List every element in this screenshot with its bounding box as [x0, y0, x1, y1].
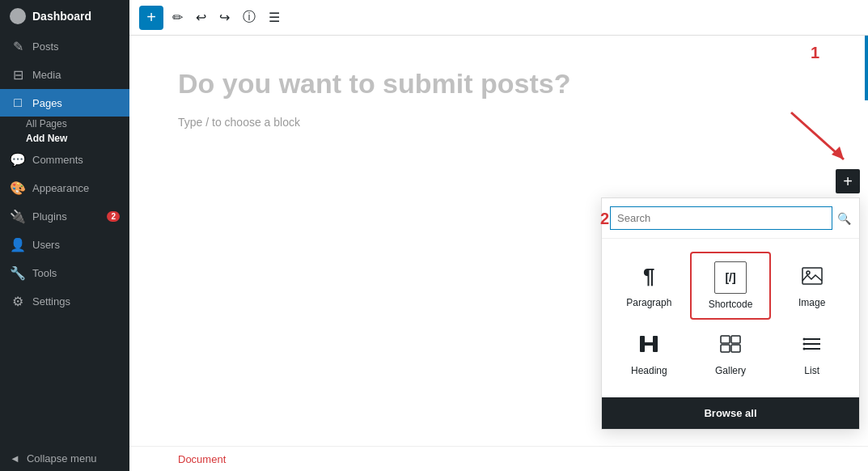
list-block-icon: [796, 328, 828, 360]
svg-rect-8: [731, 336, 740, 343]
sidebar-item-media[interactable]: ⊟ Media: [0, 61, 129, 89]
page-title: Do you want to submit posts?: [178, 68, 819, 100]
tools-icon: 🔧: [10, 265, 26, 281]
sidebar-item-label: Tools: [32, 267, 57, 279]
add-block-button[interactable]: +: [139, 6, 163, 30]
info-icon: ⓘ: [243, 9, 256, 26]
shortcode-icon: [/]: [714, 261, 747, 294]
sidebar-item-label: Appearance: [32, 182, 89, 194]
right-edge-indicator: [865, 36, 868, 100]
sidebar-item-label: Media: [32, 69, 61, 81]
svg-rect-9: [721, 345, 730, 352]
annotation-1: 1: [811, 44, 819, 62]
sidebar-item-posts[interactable]: ✎ Posts: [0, 32, 129, 61]
svg-rect-6: [653, 336, 658, 352]
inserter-blocks-grid: ¶ Paragraph [/] Shortcode: [602, 239, 859, 397]
appearance-icon: 🎨: [10, 180, 26, 196]
block-item-gallery[interactable]: Gallery: [690, 320, 772, 384]
paragraph-icon: ¶: [633, 260, 665, 292]
svg-point-15: [802, 343, 805, 346]
gallery-icon: [714, 328, 747, 360]
wp-logo: [10, 8, 26, 24]
gallery-label: Gallery: [715, 365, 746, 376]
search-icon: 🔍: [837, 212, 851, 225]
plugins-icon: 🔌: [10, 209, 26, 224]
list-icon: ☰: [269, 10, 280, 25]
annotation-arrow: [783, 104, 856, 169]
block-inserter-popup: 🔍 ¶ Paragraph [/] Shortcode: [601, 197, 860, 430]
undo-icon: ↩: [196, 10, 206, 25]
sidebar-item-label: Users: [32, 239, 60, 251]
sidebar-item-label: Comments: [32, 154, 83, 166]
list-label: List: [804, 365, 819, 376]
block-item-paragraph[interactable]: ¶ Paragraph: [608, 252, 690, 320]
comments-icon: 💬: [10, 152, 26, 168]
settings-icon: ⚙: [10, 294, 26, 309]
main-area: + ✏ ↩ ↪ ⓘ ☰ Do you want to submit posts?…: [129, 0, 868, 471]
editor-plus-icon: +: [843, 172, 853, 191]
image-icon: [796, 260, 828, 292]
svg-rect-10: [731, 345, 740, 352]
tools-button[interactable]: ✏: [168, 6, 187, 29]
sidebar-item-plugins[interactable]: 🔌 Plugins 2: [0, 202, 129, 231]
sidebar-title[interactable]: Dashboard: [32, 10, 91, 23]
undo-button[interactable]: ↩: [192, 6, 210, 29]
inserter-search-area: 🔍: [602, 198, 859, 239]
block-item-image[interactable]: Image: [771, 252, 853, 320]
users-icon: 👤: [10, 237, 26, 252]
plugins-badge: 2: [107, 211, 120, 222]
toolbar: + ✏ ↩ ↪ ⓘ ☰: [129, 0, 868, 36]
info-button[interactable]: ⓘ: [239, 5, 260, 30]
sidebar-item-tools[interactable]: 🔧 Tools: [0, 259, 129, 287]
heading-label: Heading: [631, 365, 667, 376]
sidebar: Dashboard ✎ Posts ⊟ Media □ Pages All Pa…: [0, 0, 129, 471]
paragraph-label: Paragraph: [626, 297, 671, 308]
media-icon: ⊟: [10, 67, 26, 83]
pencil-icon: ✏: [172, 10, 183, 25]
sidebar-item-label: Plugins: [32, 210, 67, 223]
svg-rect-7: [721, 336, 730, 343]
block-search-input[interactable]: [610, 206, 832, 230]
posts-icon: ✎: [10, 39, 26, 54]
sidebar-sub-all-pages[interactable]: All Pages: [0, 117, 129, 131]
sidebar-header: Dashboard: [0, 0, 129, 32]
redo-icon: ↪: [219, 10, 230, 25]
block-item-shortcode[interactable]: [/] Shortcode: [690, 252, 772, 320]
document-tab: Document: [129, 446, 868, 471]
browse-all-button[interactable]: Browse all: [602, 397, 859, 429]
heading-icon: [633, 328, 665, 360]
block-item-list[interactable]: List: [771, 320, 853, 384]
shortcode-label: Shortcode: [709, 299, 753, 310]
svg-point-16: [802, 348, 805, 350]
svg-rect-2: [802, 268, 822, 284]
editor-area: Do you want to submit posts? Type / to c…: [129, 36, 868, 471]
document-tab-label[interactable]: Document: [178, 453, 226, 465]
list-view-button[interactable]: ☰: [265, 6, 284, 29]
sidebar-item-comments[interactable]: 💬 Comments: [0, 146, 129, 174]
block-item-heading[interactable]: Heading: [608, 320, 690, 384]
sidebar-item-label: Pages: [32, 97, 62, 109]
collapse-menu[interactable]: ◄ Collapse menu: [0, 446, 129, 471]
sidebar-item-users[interactable]: 👤 Users: [0, 231, 129, 259]
svg-point-3: [807, 271, 810, 274]
block-placeholder[interactable]: Type / to choose a block: [178, 116, 819, 129]
sidebar-item-pages[interactable]: □ Pages: [0, 89, 129, 117]
pages-icon: □: [10, 95, 26, 110]
collapse-icon: ◄: [10, 452, 20, 465]
svg-point-14: [802, 338, 805, 341]
collapse-label: Collapse menu: [27, 452, 97, 465]
sidebar-item-appearance[interactable]: 🎨 Appearance: [0, 174, 129, 202]
sidebar-sub-add-new[interactable]: Add New: [0, 131, 129, 146]
image-label: Image: [798, 297, 825, 308]
editor-add-block-button[interactable]: +: [836, 169, 860, 193]
sidebar-item-label: Settings: [32, 295, 70, 308]
sidebar-item-label: Posts: [32, 40, 59, 53]
redo-button[interactable]: ↪: [215, 6, 234, 29]
sidebar-item-settings[interactable]: ⚙ Settings: [0, 287, 129, 316]
svg-marker-1: [832, 146, 844, 159]
